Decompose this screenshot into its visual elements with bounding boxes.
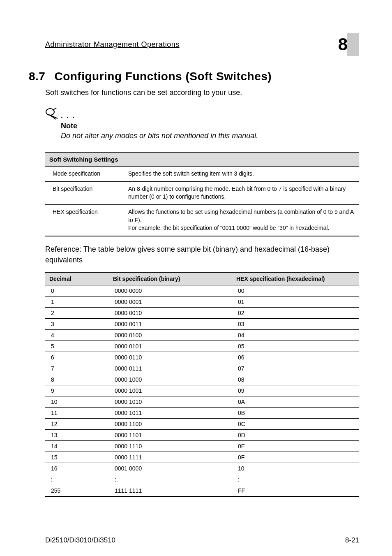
table2-cell: 9 (45, 385, 109, 396)
table-row: 160001 000010 (45, 463, 359, 474)
table2-cell: 2 (45, 307, 109, 318)
table-row: 30000 001103 (45, 318, 359, 329)
table2-h0: Decimal (45, 272, 109, 285)
table-row: 70000 011107 (45, 363, 359, 374)
table-row: 20000 001002 (45, 307, 359, 318)
table-row: 140000 11100E (45, 440, 359, 452)
table1-r2-c1: Allows the functions to be set using hex… (123, 204, 359, 236)
table2-cell: 0000 1011 (109, 407, 232, 418)
chapter-number: 8 (338, 36, 348, 53)
note-ellipsis: . . . (61, 111, 75, 120)
reference-text: Reference: The table below gives some sa… (45, 244, 359, 265)
table2-cell: 0000 0011 (109, 318, 232, 329)
table2-cell: 06 (232, 352, 359, 363)
table2-cell: 14 (45, 440, 109, 452)
table2-cell: 12 (45, 418, 109, 429)
table-row: 110000 10110B (45, 407, 359, 418)
table-row: 50000 010105 (45, 341, 359, 352)
table1-header: Soft Switching Settings (45, 152, 359, 167)
table-row: 150000 11110F (45, 452, 359, 463)
table2-cell: 0001 0000 (109, 463, 232, 474)
table2-cell: 0000 1000 (109, 374, 232, 385)
table2-cell: 01 (232, 296, 359, 307)
table2-cell: 4 (45, 329, 109, 341)
table2-cell: 7 (45, 363, 109, 374)
table2-cell: 0A (232, 396, 359, 407)
table-row: 100000 10100A (45, 396, 359, 407)
section-title: Configuring Functions (Soft Switches) (54, 70, 272, 83)
table2-cell: 0000 0111 (109, 363, 232, 374)
table2-cell: 0000 1001 (109, 385, 232, 396)
table2-cell: 00 (232, 285, 359, 296)
table1-r1-c1: An 8-digit number comprising the mode. E… (123, 181, 359, 204)
reference-table: Decimal Bit specification (binary) HEX s… (45, 272, 359, 497)
table1-r0-c0: Mode specification (45, 167, 123, 182)
table1-r2-c0: HEX specification (45, 204, 123, 236)
section-heading: 8.7Configuring Functions (Soft Switches) (29, 70, 359, 83)
table2-cell: 5 (45, 341, 109, 352)
table-row: Bit specification An 8-digit number comp… (45, 181, 359, 204)
running-head-title: Administrator Management Operations (45, 40, 180, 49)
footer-left: Di2510/Di3010/Di3510 (45, 536, 115, 544)
table-row: 60000 011006 (45, 352, 359, 363)
table2-cell: 03 (232, 318, 359, 329)
table2-cell: 0000 0110 (109, 352, 232, 363)
table2-cell: 05 (232, 341, 359, 352)
table2-cell: 255 (45, 485, 109, 496)
table2-cell: 13 (45, 429, 109, 440)
table2-cell: 0F (232, 452, 359, 463)
table2-cell: 11 (45, 407, 109, 418)
table-row: 10000 000101 (45, 296, 359, 307)
table-row: 90000 100109 (45, 385, 359, 396)
table2-cell: : (232, 474, 359, 485)
table2-cell: 0 (45, 285, 109, 296)
table2-cell: 6 (45, 352, 109, 363)
soft-switch-settings-table: Soft Switching Settings Mode specificati… (45, 152, 359, 236)
table1-r1-c0: Bit specification (45, 181, 123, 204)
table2-cell: 0000 0010 (109, 307, 232, 318)
chapter-tab-decoration (347, 33, 359, 56)
table2-h2: HEX specification (hexadecimal) (232, 272, 359, 285)
section-number: 8.7 (29, 70, 45, 83)
table2-cell: 0000 1100 (109, 418, 232, 429)
table2-cell: 0000 1010 (109, 396, 232, 407)
table2-cell: : (45, 474, 109, 485)
table2-cell: FF (232, 485, 359, 496)
table2-cell: 8 (45, 374, 109, 385)
table-row: HEX specification Allows the functions t… (45, 204, 359, 236)
table2-cell: 10 (232, 463, 359, 474)
table2-cell: 0000 1101 (109, 429, 232, 440)
table2-cell: 0000 0101 (109, 341, 232, 352)
table2-cell: 0E (232, 440, 359, 452)
table2-cell: 0B (232, 407, 359, 418)
table2-cell: 0000 0100 (109, 329, 232, 341)
table2-cell: 07 (232, 363, 359, 374)
table-row: 40000 010004 (45, 329, 359, 341)
table2-cell: 16 (45, 463, 109, 474)
table2-cell: 08 (232, 374, 359, 385)
table1-r0-c1: Specifies the soft switch setting item w… (123, 167, 359, 182)
note-text: Do not alter any modes or bits not menti… (61, 130, 359, 141)
table-row: ::: (45, 474, 359, 485)
table2-cell: 1 (45, 296, 109, 307)
note-icon (45, 108, 59, 120)
table2-cell: 0000 1110 (109, 440, 232, 452)
table2-cell: 04 (232, 329, 359, 341)
table-row: 00000 000000 (45, 285, 359, 296)
table2-cell: 0000 1111 (109, 452, 232, 463)
table-row: 120000 11000C (45, 418, 359, 429)
table2-cell: 15 (45, 452, 109, 463)
table-row: Mode specification Specifies the soft sw… (45, 167, 359, 182)
table2-cell: 0D (232, 429, 359, 440)
table-row: 130000 11010D (45, 429, 359, 440)
table2-cell: 0C (232, 418, 359, 429)
footer-right: 8-21 (345, 536, 359, 544)
table2-cell: 10 (45, 396, 109, 407)
table2-cell: : (109, 474, 232, 485)
table2-cell: 09 (232, 385, 359, 396)
table2-cell: 3 (45, 318, 109, 329)
table2-cell: 0000 0001 (109, 296, 232, 307)
table2-cell: 02 (232, 307, 359, 318)
section-intro: Soft switches for functions can be set a… (45, 87, 359, 98)
table2-cell: 1111 1111 (109, 485, 232, 496)
